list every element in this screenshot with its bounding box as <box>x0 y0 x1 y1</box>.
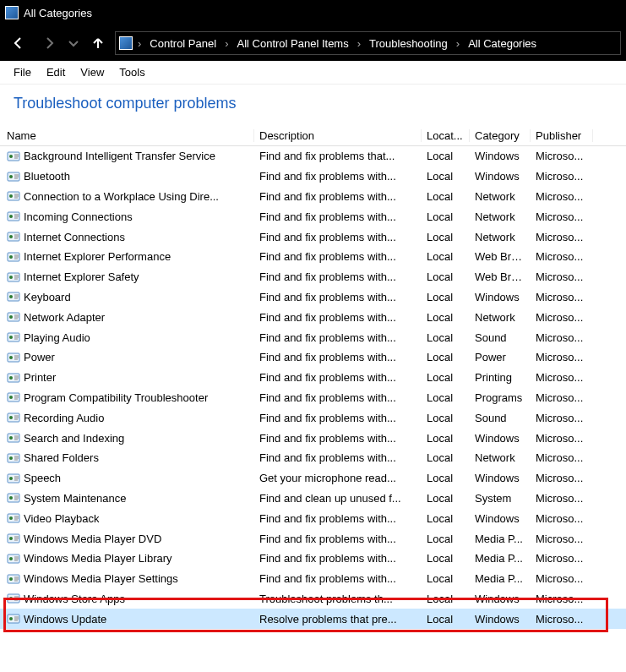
row-location: Local <box>422 492 470 505</box>
row-name: Shared Folders <box>24 451 99 464</box>
row-publisher: Microso... <box>531 270 593 283</box>
svg-point-17 <box>9 315 13 319</box>
row-name: Speech <box>24 472 61 484</box>
table-row[interactable]: Program Compatibility TroubleshooterFind… <box>0 388 626 408</box>
row-category: Network <box>470 190 531 203</box>
breadcrumb[interactable]: › Control Panel › All Control Panel Item… <box>115 31 621 55</box>
forward-button[interactable] <box>35 31 63 55</box>
row-publisher: Microso... <box>531 311 593 324</box>
table-row[interactable]: Internet ConnectionsFind and fix problem… <box>0 227 626 247</box>
row-location: Local <box>422 451 470 464</box>
troubleshooter-icon <box>7 572 20 586</box>
table-row[interactable]: Windows Media Player SettingsFind and fi… <box>0 569 626 589</box>
table-row[interactable]: System MaintenanceFind and clean up unus… <box>0 489 626 509</box>
table-row[interactable]: Connection to a Workplace Using Dire...F… <box>0 187 626 207</box>
table-row[interactable]: Playing AudioFind and fix problems with.… <box>0 327 626 347</box>
row-category: Printing <box>470 371 531 384</box>
row-location: Local <box>422 432 470 445</box>
chevron-right-icon[interactable]: › <box>354 37 364 50</box>
row-publisher: Microso... <box>531 231 593 243</box>
row-name: Bluetooth <box>24 170 70 183</box>
col-header-publisher[interactable]: Publisher <box>531 129 593 142</box>
chevron-right-icon[interactable]: › <box>221 37 231 50</box>
menu-edit[interactable]: Edit <box>40 63 72 81</box>
troubleshooter-icon <box>7 391 20 404</box>
table-row[interactable]: SpeechGet your microphone read...LocalWi… <box>0 468 626 489</box>
col-header-name[interactable]: Name <box>0 129 254 142</box>
row-description: Find and fix problems with... <box>254 572 422 585</box>
row-name: Windows Media Player Library <box>24 552 172 565</box>
table-row[interactable]: Recording AudioFind and fix problems wit… <box>0 407 626 428</box>
up-button[interactable] <box>84 31 112 55</box>
col-header-category[interactable]: Category <box>470 129 531 142</box>
table-row[interactable]: Windows Media Player DVDFind and fix pro… <box>0 528 626 549</box>
table-row[interactable]: Internet Explorer PerformanceFind and fi… <box>0 247 626 267</box>
table-row[interactable]: Network AdapterFind and fix problems wit… <box>0 307 626 327</box>
table-row[interactable]: Windows Store AppsTroubleshoot problems … <box>0 589 626 609</box>
page-title: Troubleshoot computer problems <box>0 95 626 129</box>
window-title: All Categories <box>24 7 92 19</box>
row-description: Find and fix problems with... <box>254 391 422 404</box>
table-row[interactable]: Windows UpdateResolve problems that pre.… <box>0 609 626 629</box>
row-description: Troubleshoot problems th... <box>254 593 422 605</box>
troubleshooter-icon <box>7 210 20 223</box>
svg-point-23 <box>9 376 13 380</box>
back-button[interactable] <box>5 31 32 55</box>
row-description: Find and fix problems with... <box>254 432 422 445</box>
row-name: Windows Media Player DVD <box>24 533 161 545</box>
svg-point-33 <box>9 477 13 480</box>
row-location: Local <box>422 351 470 363</box>
svg-point-19 <box>9 336 13 339</box>
row-name: Windows Store Apps <box>24 593 125 605</box>
table-row[interactable]: PowerFind and fix problems with...LocalP… <box>0 347 626 368</box>
table-row[interactable]: Background Intelligent Transfer ServiceF… <box>0 146 626 167</box>
breadcrumb-item[interactable]: All Control Panel Items <box>233 36 351 52</box>
row-publisher: Microso... <box>531 552 593 565</box>
troubleshooter-icon <box>7 170 20 183</box>
row-description: Find and fix problems with... <box>254 351 422 363</box>
table-row[interactable]: Shared FoldersFind and fix problems with… <box>0 448 626 468</box>
breadcrumb-item[interactable]: Control Panel <box>146 36 220 52</box>
svg-point-1 <box>9 155 13 158</box>
troubleshooter-icon <box>7 411 20 424</box>
troubleshooter-icon <box>7 451 20 465</box>
row-publisher: Microso... <box>531 613 593 626</box>
troubleshooter-icon <box>7 351 20 364</box>
table-row[interactable]: Incoming ConnectionsFind and fix problem… <box>0 206 626 227</box>
row-name: Playing Audio <box>24 331 90 344</box>
table-row[interactable]: Windows Media Player LibraryFind and fix… <box>0 549 626 569</box>
row-location: Local <box>422 552 470 565</box>
row-location: Local <box>422 371 470 384</box>
col-header-location[interactable]: Locat... <box>422 129 470 142</box>
row-category: Sound <box>470 331 531 344</box>
row-description: Find and fix problems with... <box>254 190 422 203</box>
menu-view[interactable]: View <box>73 63 111 81</box>
col-header-description[interactable]: Description <box>254 129 422 142</box>
troubleshooter-icon <box>7 290 20 303</box>
row-name: Keyboard <box>24 291 71 303</box>
recent-dropdown[interactable] <box>66 31 81 55</box>
row-category: Power <box>470 351 531 363</box>
row-name: Power <box>24 351 55 363</box>
svg-point-35 <box>9 496 13 500</box>
chevron-right-icon[interactable]: › <box>453 37 463 50</box>
table-row[interactable]: Video PlaybackFind and fix problems with… <box>0 508 626 528</box>
breadcrumb-item[interactable]: Troubleshooting <box>366 36 451 52</box>
table-row[interactable]: PrinterFind and fix problems with...Loca… <box>0 368 626 388</box>
breadcrumb-item[interactable]: All Categories <box>465 36 540 52</box>
menu-file[interactable]: File <box>7 63 38 81</box>
table-row[interactable]: KeyboardFind and fix problems with...Loc… <box>0 287 626 308</box>
row-name: Video Playback <box>24 512 99 525</box>
row-name: Network Adapter <box>24 311 105 324</box>
table-row[interactable]: Internet Explorer SafetyFind and fix pro… <box>0 267 626 287</box>
table-row[interactable]: BluetoothFind and fix problems with...Lo… <box>0 167 626 187</box>
chevron-right-icon[interactable]: › <box>134 37 144 50</box>
row-location: Local <box>422 170 470 183</box>
troubleshooter-icon <box>7 189 20 203</box>
row-location: Local <box>422 231 470 243</box>
menu-tools[interactable]: Tools <box>112 63 151 81</box>
table-row[interactable]: Search and IndexingFind and fix problems… <box>0 428 626 448</box>
row-name: Internet Explorer Performance <box>24 250 171 263</box>
troubleshooter-icon <box>7 612 20 626</box>
svg-point-5 <box>9 194 13 198</box>
